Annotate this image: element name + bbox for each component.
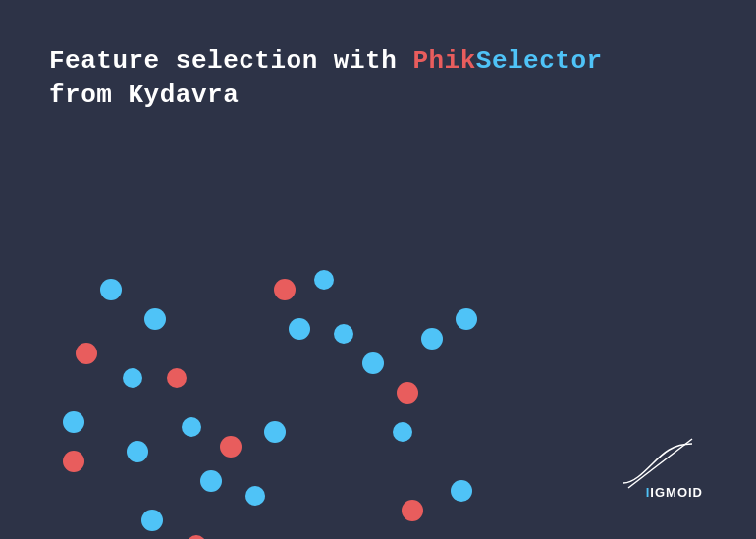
dot bbox=[314, 270, 334, 290]
title-area: Feature selection with PhikSelector from… bbox=[49, 44, 603, 113]
dot bbox=[245, 486, 265, 506]
dot bbox=[334, 324, 353, 344]
dot bbox=[456, 308, 477, 330]
dot bbox=[182, 417, 201, 437]
dot bbox=[144, 308, 166, 330]
dot bbox=[421, 328, 443, 350]
dot bbox=[100, 279, 122, 300]
sigmoid-logo-svg bbox=[619, 434, 707, 493]
title-line1: Feature selection with PhikSelector bbox=[49, 44, 603, 79]
dot bbox=[187, 535, 206, 539]
dot bbox=[76, 343, 97, 364]
dot bbox=[63, 451, 84, 472]
dot bbox=[200, 470, 222, 492]
dot bbox=[274, 279, 296, 300]
dot bbox=[397, 382, 418, 404]
dot bbox=[264, 421, 286, 443]
title-selector: Selector bbox=[476, 46, 603, 76]
dot bbox=[123, 368, 142, 388]
dot bbox=[393, 422, 412, 442]
logo-area: IIGMOID bbox=[619, 434, 707, 500]
dot bbox=[141, 510, 163, 531]
dot bbox=[63, 411, 84, 433]
logo-text: IIGMOID bbox=[646, 485, 703, 500]
dot bbox=[402, 500, 423, 521]
title-line2: from Kydavra bbox=[49, 79, 603, 113]
svg-line-0 bbox=[628, 439, 692, 488]
dot bbox=[127, 441, 148, 462]
title-phik: Phik bbox=[412, 46, 475, 76]
dot bbox=[451, 480, 472, 502]
dot bbox=[167, 368, 187, 388]
title-prefix: Feature selection bbox=[49, 46, 334, 76]
title-with: with bbox=[334, 46, 397, 76]
dot bbox=[289, 318, 310, 340]
dot bbox=[220, 436, 242, 458]
dot bbox=[362, 352, 384, 374]
